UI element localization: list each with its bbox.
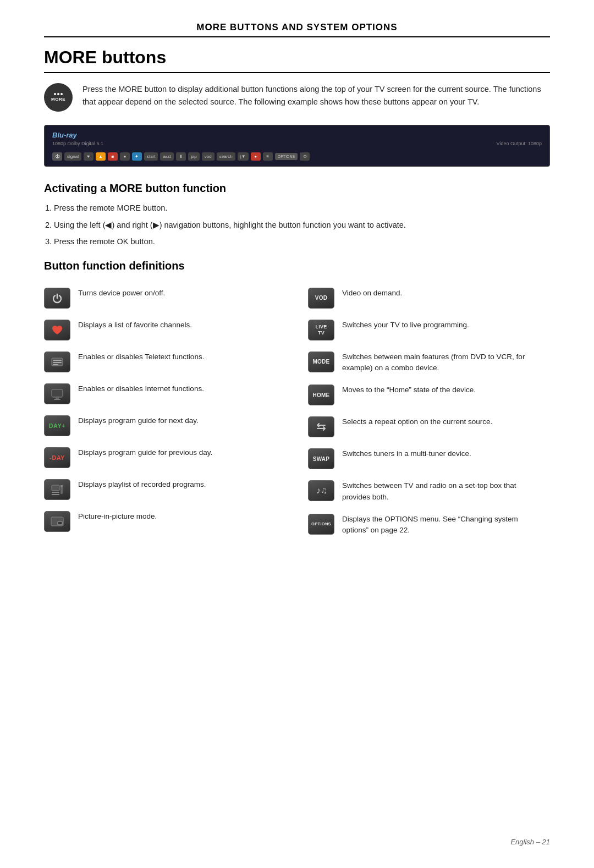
def-swap: SWAP Switches tuners in a multi-tuner de… xyxy=(297,443,550,475)
def-music: ♪♫ Switches between TV and radio on a se… xyxy=(297,475,550,508)
repeat-icon xyxy=(308,416,334,437)
bluray-btn-pause: ⏸ xyxy=(176,152,186,161)
svg-rect-5 xyxy=(52,396,63,397)
def-day-minus: -DAY Displays program guide for previous… xyxy=(44,442,297,474)
def-day-plus: DAY+ Displays program guide for next day… xyxy=(44,410,297,442)
footer-page-number: English – 21 xyxy=(510,838,550,846)
def-pip-text: Picture-in-picture mode. xyxy=(78,511,157,522)
def-music-text: Switches between TV and radio on a set-t… xyxy=(342,480,544,503)
bluray-btn-vol: |▼ xyxy=(238,152,249,161)
svg-rect-3 xyxy=(53,364,58,365)
bluray-btn-pip: pip xyxy=(188,152,200,161)
step-3: Press the remote OK button. xyxy=(54,235,550,249)
intro-block: MORE Press the MORE button to display ad… xyxy=(44,83,550,112)
def-vod: VOD Video on demand. xyxy=(297,282,550,314)
bluray-btn-rec: ■ xyxy=(108,152,118,161)
def-power: Turns device power on/off. xyxy=(44,282,297,314)
bluray-btn-search: search xyxy=(217,152,235,161)
bluray-btn-warn: ▲ xyxy=(96,152,106,161)
def-home: HOME Moves to the “Home” state of the de… xyxy=(297,379,550,411)
bluray-btn-asst: asst xyxy=(160,152,174,161)
svg-rect-8 xyxy=(52,485,59,491)
more-button-icon: MORE xyxy=(44,83,73,112)
svg-rect-9 xyxy=(52,492,59,493)
def-power-text: Turns device power on/off. xyxy=(78,288,165,299)
definitions-heading: Button function definitions xyxy=(44,260,550,272)
step-2: Using the left (◀) and right (▶) navigat… xyxy=(54,218,550,232)
def-options: OPTIONS Displays the OPTIONS menu. See “… xyxy=(297,508,550,542)
playlist-icon xyxy=(44,479,70,500)
bluray-buttons-row: ⏻ signal ♥ ▲ ■ ● ✦ start asst ⏸ pip vod … xyxy=(52,152,542,161)
def-internet: Enables or disables Internet functions. xyxy=(44,378,297,410)
def-pip: Picture-in-picture mode. xyxy=(44,506,297,537)
svg-rect-1 xyxy=(53,360,62,361)
activating-heading: Activating a MORE button function xyxy=(44,182,550,195)
music-icon: ♪♫ xyxy=(308,480,334,501)
bluray-screen: Blu-ray 1080p Dolby Digital 5.1 Video Ou… xyxy=(44,125,550,167)
def-repeat: Selects a repeat option on the current s… xyxy=(297,411,550,443)
svg-rect-4 xyxy=(52,389,63,397)
def-internet-text: Enables or disables Internet functions. xyxy=(78,383,204,394)
bluray-btn-dot: ● xyxy=(251,152,261,161)
bluray-btn-nav: ✦ xyxy=(132,152,142,161)
bluray-btn-guide: ≡ xyxy=(263,152,273,161)
section-title: MORE buttons xyxy=(44,47,550,73)
def-day-plus-text: Displays program guide for next day. xyxy=(78,415,199,426)
bluray-btn-start: start xyxy=(144,152,158,161)
def-mode: MODE Switches between main features (fro… xyxy=(297,346,550,380)
def-repeat-text: Selects a repeat option on the current s… xyxy=(342,416,492,427)
def-vod-text: Video on demand. xyxy=(342,288,402,299)
day-minus-icon: -DAY xyxy=(44,447,70,468)
def-day-minus-text: Displays program guide for previous day. xyxy=(78,447,212,458)
def-swap-text: Switches tuners in a multi-tuner device. xyxy=(342,448,471,459)
bluray-btn-vod: vod xyxy=(202,152,215,161)
svg-rect-12 xyxy=(61,485,63,487)
bluray-btn-extra: ⚙ xyxy=(300,152,310,161)
definitions-right-col: VOD Video on demand. LIVETV Switches you… xyxy=(297,282,550,542)
svg-rect-7 xyxy=(54,399,61,400)
definitions-grid: Turns device power on/off. Displays a li… xyxy=(44,282,550,542)
chapter-header: MORE Buttons and System Options xyxy=(44,22,550,37)
mode-icon: MODE xyxy=(308,351,334,372)
def-teletext: Enables or disables Teletext functions. xyxy=(44,346,297,378)
bluray-subtext-left: 1080p Dolby Digital 5.1 xyxy=(52,141,103,146)
bluray-btn-signal: signal xyxy=(64,152,81,161)
svg-rect-2 xyxy=(53,362,62,363)
chapter-title: MORE Buttons and System Options xyxy=(196,22,397,32)
favorites-icon xyxy=(44,320,70,340)
def-live-tv-text: Switches your TV to live programming. xyxy=(342,320,469,331)
svg-rect-6 xyxy=(56,397,59,399)
day-plus-icon: DAY+ xyxy=(44,415,70,436)
intro-text: Press the MORE button to display additio… xyxy=(82,83,550,108)
home-icon: HOME xyxy=(308,384,334,405)
def-favorites-text: Displays a list of favorite channels. xyxy=(78,320,192,331)
teletext-icon xyxy=(44,351,70,372)
pip-icon xyxy=(44,511,70,532)
def-mode-text: Switches between main features (from DVD… xyxy=(342,351,544,374)
def-live-tv: LIVETV Switches your TV to live programm… xyxy=(297,314,550,346)
def-playlist: Displays playlist of recorded programs. xyxy=(44,474,297,506)
step-1: Press the remote MORE button. xyxy=(54,201,550,215)
bluray-subtext-right: Video Output: 1080p xyxy=(497,141,542,146)
def-teletext-text: Enables or disables Teletext functions. xyxy=(78,351,204,362)
bluray-btn-heart: ♥ xyxy=(84,152,94,161)
bluray-btn-power: ⏻ xyxy=(52,152,62,161)
bluray-btn-circle: ● xyxy=(120,152,130,161)
internet-icon xyxy=(44,383,70,404)
svg-rect-10 xyxy=(52,494,59,495)
bluray-btn-options: OPTIONS xyxy=(275,153,298,160)
options-icon: OPTIONS xyxy=(308,514,334,535)
power-icon xyxy=(44,288,70,309)
bluray-label: Blu-ray xyxy=(52,131,542,139)
svg-rect-14 xyxy=(58,521,62,525)
vod-icon: VOD xyxy=(308,288,334,309)
def-playlist-text: Displays playlist of recorded programs. xyxy=(78,479,206,490)
def-options-text: Displays the OPTIONS menu. See “Changing… xyxy=(342,514,544,536)
def-favorites: Displays a list of favorite channels. xyxy=(44,314,297,346)
swap-icon: SWAP xyxy=(308,448,334,469)
definitions-left-col: Turns device power on/off. Displays a li… xyxy=(44,282,297,542)
svg-text:♪♫: ♪♫ xyxy=(316,486,327,495)
steps-list: Press the remote MORE button. Using the … xyxy=(54,201,550,249)
page-content: MORE Buttons and System Options MORE but… xyxy=(0,0,594,585)
def-home-text: Moves to the “Home” state of the device. xyxy=(342,384,476,395)
